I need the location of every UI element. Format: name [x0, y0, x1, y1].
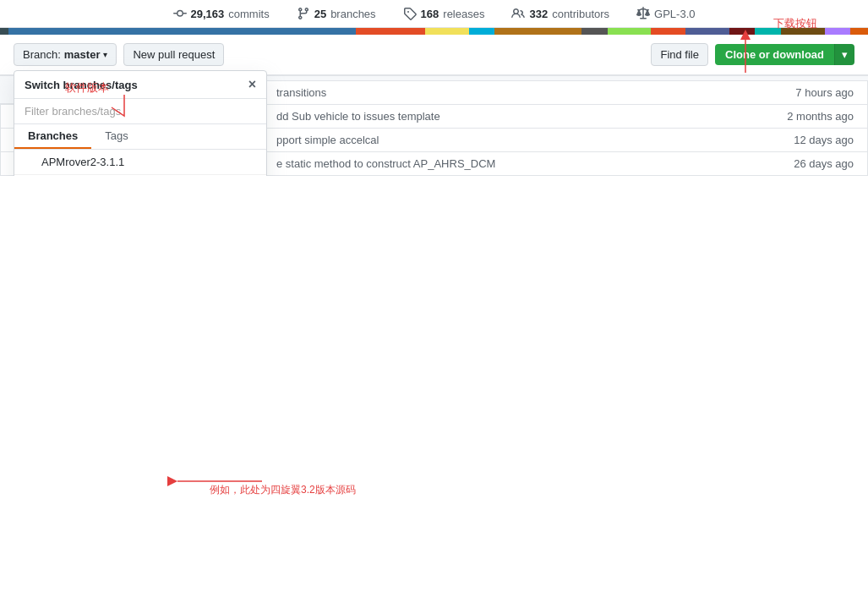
language-bar: [0, 28, 868, 35]
file-message: pport simple accel calibration: [263, 176, 711, 177]
commits-count: 29,163: [191, 8, 225, 20]
branch-list-item[interactable]: APMrover2-release: [14, 175, 266, 176]
table-row[interactable]: pport simple accelcal12 days ago: [263, 129, 868, 152]
branches-stat[interactable]: 25 branches: [297, 7, 376, 20]
branches-label: branches: [330, 8, 375, 20]
clone-dropdown-arrow[interactable]: ▾: [834, 44, 854, 65]
find-file-button[interactable]: Find file: [651, 43, 708, 66]
table-row[interactable]: transitions7 hours ago: [263, 81, 868, 105]
file-message: pport simple accelcal: [263, 129, 711, 152]
contributors-count: 332: [529, 8, 548, 20]
file-time: 2 months ago: [710, 105, 867, 129]
table-row[interactable]: pport simple accel calibration12 days ag…: [263, 176, 868, 177]
right-file-table: transitions7 hours agodd Sub vehicle to …: [262, 80, 868, 176]
dropdown-header: Switch branches/tags ×: [14, 71, 266, 99]
tab-branches[interactable]: Branches: [14, 124, 91, 149]
branch-name: master: [64, 48, 101, 61]
contributors-label: contributors: [552, 8, 609, 20]
releases-count: 168: [421, 8, 439, 20]
toolbar: Branch: master ▾ New pull request Find f…: [0, 35, 868, 75]
branch-selector[interactable]: Branch: master ▾: [14, 43, 117, 66]
file-message: transitions: [263, 81, 711, 105]
new-pull-request-button[interactable]: New pull request: [123, 43, 224, 66]
clone-or-download-button[interactable]: Clone or download ▾: [715, 44, 854, 65]
branch-list-item[interactable]: APMrover2-3.1.1: [14, 150, 266, 175]
table-row[interactable]: dd Sub vehicle to issues template2 month…: [263, 105, 868, 129]
file-time: 12 days ago: [710, 129, 867, 152]
file-message: dd Sub vehicle to issues template: [263, 105, 711, 129]
stats-bar: 29,163 commits 25 branches 168 releases …: [0, 0, 868, 28]
commits-stat[interactable]: 29,163 commits: [173, 7, 270, 20]
releases-label: releases: [443, 8, 484, 20]
branch-label: Branch:: [23, 48, 61, 61]
branch-filter-input[interactable]: [14, 99, 266, 124]
toolbar-left: Branch: master ▾ New pull request: [14, 43, 224, 66]
branch-tags-tabs: Branches Tags: [14, 124, 266, 150]
dropdown-title: Switch branches/tags: [25, 79, 138, 91]
file-time: 26 days ago: [710, 152, 867, 176]
tab-tags[interactable]: Tags: [91, 124, 141, 149]
file-time: 12 days ago: [710, 176, 867, 177]
branch-dropdown-arrow: ▾: [103, 50, 107, 59]
file-rows-right: transitions7 hours agodd Sub vehicle to …: [262, 80, 868, 176]
branches-count: 25: [314, 8, 326, 20]
branch-dropdown: Switch branches/tags × 软件版本 Branches Tag…: [14, 70, 267, 176]
toolbar-right: Find file Clone or download ▾: [651, 43, 854, 66]
contributors-stat[interactable]: 332 contributors: [511, 7, 609, 20]
table-row[interactable]: e static method to construct AP_AHRS_DCM…: [263, 152, 868, 176]
commits-label: commits: [228, 8, 269, 20]
releases-stat[interactable]: 168 releases: [403, 7, 485, 20]
branch-list: APMrover2-3.1.1APMrover2-releaseAntennaT…: [14, 150, 266, 176]
license-label: GPL-3.0: [654, 8, 695, 20]
file-time: 7 hours ago: [710, 81, 867, 105]
close-dropdown-button[interactable]: ×: [248, 78, 256, 91]
file-message: e static method to construct AP_AHRS_DCM: [263, 152, 711, 176]
license-stat[interactable]: GPL-3.0: [636, 7, 695, 20]
branch-item-label: APMrover2-3.1.1: [41, 156, 124, 168]
clone-main-button[interactable]: Clone or download: [715, 44, 834, 65]
